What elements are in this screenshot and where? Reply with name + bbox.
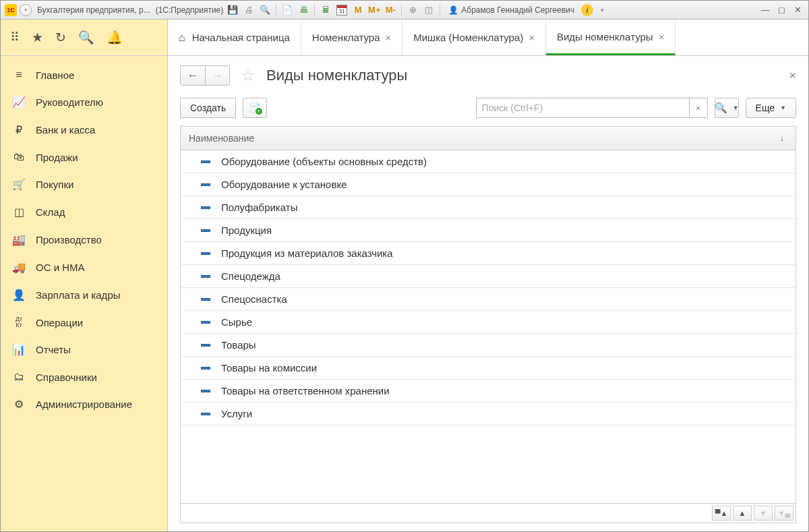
scroll-up-button[interactable]: ▲ [733,506,752,521]
zoom-icon[interactable]: ⊕ [406,3,419,17]
sidebar-item[interactable]: 🚚ОС и НМА [1,254,167,281]
sidebar-item[interactable]: 🛍Продажи [1,144,167,171]
tab-label: Мишка (Номенклатура) [413,32,523,43]
create-button-label: Создать [190,102,226,113]
column-header-name[interactable]: Наименование [181,127,769,150]
calculator-icon[interactable]: 🖩 [319,3,332,17]
scroll-top-button[interactable]: ▀▲ [712,506,731,521]
history-icon[interactable]: ↻ [55,30,66,45]
print-icon[interactable]: 🖨 [242,3,256,17]
close-tab-icon[interactable]: × [659,31,665,42]
row-label: Товары на комиссии [221,362,317,374]
search-button[interactable]: 🔍▼ [715,98,739,118]
sidebar-item-label: Руководителю [36,96,103,108]
row-item-icon [201,206,210,209]
sidebar-item-icon: 📈 [11,96,26,109]
sidebar-item[interactable]: 📈Руководителю [1,88,167,116]
app-name: (1С:Предприятие) [156,5,224,15]
sidebar-item-label: Покупки [36,179,73,190]
tab-item[interactable]: Номенклатура× [301,20,402,55]
info-dropdown-icon[interactable]: ▾ [596,3,609,17]
close-tab-icon[interactable]: × [385,32,391,43]
memory-mplus-icon[interactable]: M+ [367,3,381,17]
tab-item[interactable]: Мишка (Номенклатура)× [402,20,546,55]
row-item-icon [201,321,210,324]
sidebar-item[interactable]: ◫Склад [1,198,167,226]
separator [440,4,440,16]
maximize-button[interactable]: ◻ [775,4,788,16]
table-row[interactable]: Товары [181,334,796,357]
close-tab-icon[interactable]: × [529,32,535,43]
table-row[interactable]: Спецодежда [181,265,796,288]
table-row[interactable]: Товары на комиссии [181,357,796,380]
sidebar-item[interactable]: 🛒Покупки [1,171,167,198]
row-label: Услуги [221,408,252,419]
row-item-icon [201,413,210,415]
separator [314,4,315,16]
table-row[interactable]: Полуфабрикаты [181,196,796,219]
tab-item[interactable]: Виды номенклатуры× [546,20,676,55]
doc-new-icon[interactable]: 📄 [280,3,294,17]
close-window-button[interactable]: ✕ [791,4,804,16]
back-button[interactable]: ← [181,66,205,85]
sidebar-item[interactable]: ≡Главное [1,61,167,88]
table-row[interactable]: Оборудование (объекты основных средств) [181,150,796,173]
sidebar-item[interactable]: 👤Зарплата и кадры [1,281,167,309]
row-item-icon [201,252,210,255]
favorite-star-icon[interactable]: ☆ [241,66,256,85]
table-row[interactable]: Сырье [181,311,796,334]
table-row[interactable]: Спецоснастка [181,288,796,311]
info-icon[interactable]: i [581,4,593,16]
forward-button[interactable]: → [205,66,229,85]
search-icon[interactable]: 🔍 [78,30,94,45]
calendar-icon[interactable]: 31 [335,3,349,17]
row-label: Товары на ответственном хранении [221,385,390,396]
table-row[interactable]: Оборудование к установке [181,173,796,196]
apps-grid-icon[interactable]: ⠿ [10,30,20,45]
sidebar-item-label: Банк и касса [36,124,95,136]
sidebar-item-label: Склад [36,206,65,218]
create-copy-button[interactable]: 📄 [243,98,267,118]
sidebar-item-label: Продажи [36,152,78,163]
sidebar-item[interactable]: ДтКтОперации [1,309,167,336]
sidebar-item[interactable]: ⚙Администрирование [1,390,167,418]
table-row[interactable]: Продукция из материалов заказчика [181,242,796,265]
memory-mminus-icon[interactable]: M- [384,3,397,17]
sidebar-item[interactable]: ₽Банк и касса [1,116,167,144]
sidebar-item[interactable]: 📊Отчеты [1,336,167,363]
sidebar-item[interactable]: 🗂Справочники [1,363,167,390]
close-page-button[interactable]: × [789,69,796,83]
home-icon: ⌂ [179,32,185,44]
user-block[interactable]: 👤 Абрамов Геннадий Сергеевич [444,5,578,15]
scroll-bottom-button[interactable]: ▼▄ [775,506,793,521]
panels-icon[interactable]: ◫ [422,3,436,17]
save-icon[interactable]: 💾 [226,3,239,17]
memory-m-icon[interactable]: M [351,3,365,17]
preview-icon[interactable]: 🔍 [258,3,272,17]
create-button[interactable]: Создать [180,98,236,118]
quick-access-bar: ⠿ ★ ↻ 🔍 🔔 [1,20,168,55]
tab-home[interactable]: ⌂ Начальная страница [168,20,301,55]
favorites-star-icon[interactable]: ★ [32,30,43,45]
minimize-button[interactable]: — [758,4,772,16]
tab-label: Виды номенклатуры [557,31,653,42]
sort-indicator-icon[interactable]: ↓ [769,127,796,150]
search-clear-button[interactable]: × [689,98,708,118]
table-row[interactable]: Товары на ответственном хранении [181,380,796,403]
table-row[interactable]: Услуги [181,403,796,425]
search-group: × 🔍▼ [476,98,739,118]
doc-print-icon[interactable]: 🖶 [297,3,310,17]
more-button-label: Еще [756,102,775,113]
more-button[interactable]: Еще ▼ [746,98,796,118]
sidebar-item-icon: ДтКт [11,316,26,328]
sidebar-item-icon: 🛒 [11,178,26,191]
nav-buttons: ← → [180,65,230,86]
search-input[interactable] [476,98,689,118]
sidebar-item-label: Отчеты [36,344,71,355]
table-row[interactable]: Продукция [181,219,796,242]
scroll-down-button[interactable]: ▼ [754,506,773,521]
titlebar-dropdown-icon[interactable]: ▾ [20,4,32,16]
tab-label: Номенклатура [312,32,380,43]
sidebar-item[interactable]: 🏭Производство [1,226,167,254]
notifications-bell-icon[interactable]: 🔔 [107,30,123,45]
